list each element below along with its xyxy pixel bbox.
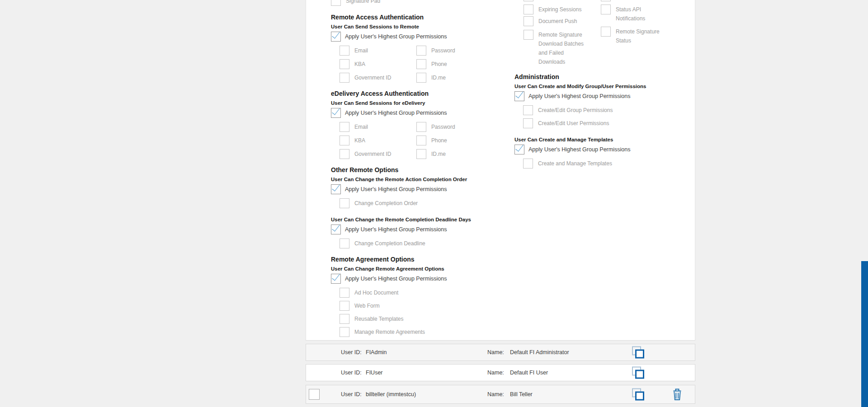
remote-signature-download-batches-checkbox[interactable] bbox=[524, 30, 533, 40]
government-id-checkbox[interactable] bbox=[340, 73, 349, 83]
auth-options-grid: Email Password KBA Phone Government ID I… bbox=[340, 46, 512, 83]
option-signature-pad: Signature Pad bbox=[331, 0, 512, 6]
idme-checkbox[interactable] bbox=[416, 149, 426, 159]
apply-label: Apply User's Highest Group Permissions bbox=[345, 276, 447, 282]
options-list: Change Completion Order bbox=[340, 198, 512, 208]
option-label: Document Push bbox=[538, 16, 577, 26]
section-title-edelivery-access-authentication: eDelivery Access Authentication bbox=[331, 89, 512, 98]
option-label: Create and Manage Templates bbox=[538, 159, 612, 168]
option-label: Government ID bbox=[354, 149, 391, 159]
option-label: KBA bbox=[354, 59, 365, 69]
option-label: Status API Notifications bbox=[616, 5, 656, 23]
option-label: Email bbox=[354, 122, 368, 131]
ad-hoc-document-checkbox[interactable] bbox=[340, 288, 349, 298]
options-list: Change Completion Deadline bbox=[340, 239, 512, 248]
copy-icon-front bbox=[635, 350, 644, 359]
notification-options-column-2: Status API Notifications Remote Signatur… bbox=[601, 0, 664, 45]
user-row-billteller: User ID: billteller (immtestcu) Name: Bi… bbox=[306, 385, 695, 404]
document-push-checkbox[interactable] bbox=[524, 16, 533, 26]
trash-icon[interactable] bbox=[671, 388, 683, 401]
scrollbar-thumb[interactable] bbox=[861, 261, 868, 407]
apply-checkbox[interactable] bbox=[514, 91, 524, 101]
notification-options-column-1: Expiring Sessions Document Push Remote S… bbox=[524, 0, 599, 66]
option-label: Web Form bbox=[354, 301, 380, 310]
option-password: Password bbox=[416, 46, 512, 56]
name-value: Default FI User bbox=[510, 370, 548, 376]
option-change-completion-order: Change Completion Order bbox=[340, 198, 512, 208]
create-edit-user-permissions-checkbox[interactable] bbox=[523, 118, 533, 128]
apply-highest-permissions-row: Apply User's Highest Group Permissions bbox=[331, 225, 512, 234]
group-subtitle: User Can Create and Manage Templates bbox=[514, 136, 695, 143]
apply-highest-permissions-row: Apply User's Highest Group Permissions bbox=[514, 145, 695, 154]
option-email: Email bbox=[340, 46, 416, 56]
copy-icon-front bbox=[635, 392, 644, 401]
copy-icon[interactable] bbox=[632, 388, 644, 401]
section-title-administration: Administration bbox=[514, 72, 695, 81]
name-label: Name: bbox=[487, 349, 504, 356]
reusable-templates-checkbox[interactable] bbox=[340, 314, 349, 324]
email-checkbox[interactable] bbox=[340, 46, 349, 56]
name-value: Default FI Administrator bbox=[510, 349, 569, 356]
auth-options-grid: Email Password KBA Phone Government ID I… bbox=[340, 122, 512, 159]
options-list: Create and Manage Templates bbox=[523, 159, 695, 168]
remote-signature-status-checkbox[interactable] bbox=[601, 27, 611, 37]
apply-checkbox[interactable] bbox=[331, 108, 341, 118]
apply-checkbox[interactable] bbox=[331, 225, 341, 234]
create-and-manage-templates-checkbox[interactable] bbox=[523, 159, 533, 168]
idme-checkbox[interactable] bbox=[416, 73, 426, 83]
user-id-label: User ID: bbox=[341, 391, 362, 398]
kba-checkbox[interactable] bbox=[340, 136, 349, 145]
option-government-id: Government ID bbox=[340, 149, 416, 159]
web-form-checkbox[interactable] bbox=[340, 301, 349, 311]
manage-remote-agreements-checkbox[interactable] bbox=[340, 327, 349, 337]
apply-checkbox[interactable] bbox=[331, 184, 341, 194]
option-label: KBA bbox=[354, 136, 365, 145]
apply-checkbox[interactable] bbox=[331, 274, 341, 284]
apply-highest-permissions-row: Apply User's Highest Group Permissions bbox=[331, 32, 512, 42]
apply-checkbox[interactable] bbox=[331, 32, 341, 42]
status-api-notifications-checkbox[interactable] bbox=[601, 5, 611, 14]
option-web-form: Web Form bbox=[340, 301, 512, 311]
group-subtitle: User Can Create and Modify Group/User Pe… bbox=[514, 83, 695, 90]
password-checkbox[interactable] bbox=[416, 122, 426, 132]
user-id-value: FIUser bbox=[366, 370, 383, 376]
expiring-sessions-checkbox[interactable] bbox=[524, 5, 533, 14]
option-phone: Phone bbox=[416, 136, 512, 145]
select-user-checkbox[interactable] bbox=[309, 389, 320, 400]
option-label: ID.me bbox=[431, 73, 446, 82]
government-id-checkbox[interactable] bbox=[340, 149, 349, 159]
phone-checkbox[interactable] bbox=[416, 136, 426, 145]
apply-label: Apply User's Highest Group Permissions bbox=[345, 110, 447, 116]
option-label: Phone bbox=[431, 59, 447, 69]
option-manage-remote-agreements: Manage Remote Agreements bbox=[340, 327, 512, 337]
option-idme: ID.me bbox=[416, 149, 512, 159]
change-completion-deadline-checkbox[interactable] bbox=[340, 239, 349, 248]
option-label: ID.me bbox=[431, 149, 446, 159]
kba-checkbox[interactable] bbox=[340, 59, 349, 69]
option-remote-signature-status: Remote Signature Status bbox=[601, 27, 664, 45]
option-kba: KBA bbox=[340, 136, 416, 145]
option-label: Expiring Sessions bbox=[538, 5, 581, 14]
user-id-value: FIAdmin bbox=[366, 349, 387, 356]
group-subtitle: User Can Change Remote Agreement Options bbox=[331, 265, 512, 272]
option-label: Remote Signature Download Batches and Fa… bbox=[538, 30, 589, 66]
apply-checkbox[interactable] bbox=[514, 145, 524, 154]
apply-highest-permissions-row: Apply User's Highest Group Permissions bbox=[514, 91, 695, 101]
option-create-edit-group-permissions: Create/Edit Group Permissions bbox=[523, 105, 695, 115]
password-checkbox[interactable] bbox=[416, 46, 426, 56]
group-subtitle: User Can Send Sessions for eDelivery bbox=[331, 99, 512, 107]
copy-icon[interactable] bbox=[632, 367, 644, 379]
name-label: Name: bbox=[487, 370, 504, 376]
apply-label: Apply User's Highest Group Permissions bbox=[345, 186, 447, 192]
change-completion-order-checkbox[interactable] bbox=[340, 198, 349, 208]
option-label: Remote Signature Status bbox=[616, 27, 663, 45]
create-edit-group-permissions-checkbox[interactable] bbox=[523, 105, 533, 115]
signature-pad-checkbox[interactable] bbox=[331, 0, 341, 6]
option-status-api-notifications: Status API Notifications bbox=[601, 5, 664, 23]
email-checkbox[interactable] bbox=[340, 122, 349, 132]
section-title-remote-access-authentication: Remote Access Authentication bbox=[331, 13, 512, 22]
copy-icon[interactable] bbox=[632, 346, 644, 359]
apply-highest-permissions-row: Apply User's Highest Group Permissions bbox=[331, 184, 512, 194]
user-id-label: User ID: bbox=[341, 370, 362, 376]
phone-checkbox[interactable] bbox=[416, 59, 426, 69]
